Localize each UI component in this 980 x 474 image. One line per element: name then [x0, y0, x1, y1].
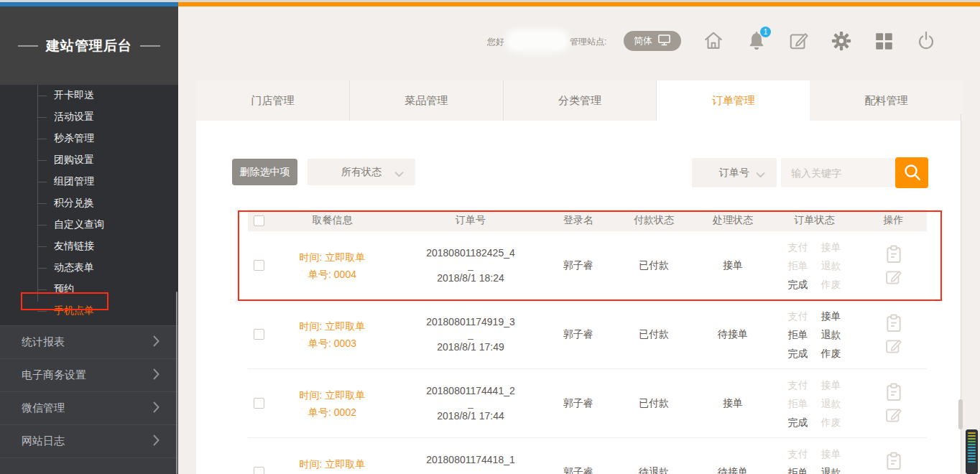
action-accept[interactable]: 接单: [821, 445, 841, 463]
pickup-time: 时间: 立即取单: [269, 317, 395, 335]
action-pay[interactable]: 支付: [788, 376, 808, 394]
col-login-name: 登录名: [546, 214, 611, 227]
row-checkbox[interactable]: [254, 260, 264, 271]
sidebar-item-group-management[interactable]: 组团管理: [0, 171, 178, 192]
action-refund[interactable]: 退款: [821, 256, 841, 275]
payment-status: 待退款: [611, 466, 697, 474]
sidebar-item-reservation[interactable]: 预约: [0, 279, 178, 300]
sidebar-item-group-buy-settings[interactable]: 团购设置: [0, 149, 178, 171]
search-button[interactable]: [895, 157, 928, 188]
order-date: 2018/8/1 17:49: [395, 339, 546, 355]
action-pay[interactable]: 支付: [788, 307, 808, 325]
widget-stripe: [968, 441, 976, 442]
sidebar-section-wechat[interactable]: 微信管理: [0, 391, 178, 424]
action-refund[interactable]: 退款: [821, 463, 841, 474]
col-process-status: 处理状态: [697, 214, 769, 227]
search-input[interactable]: [781, 158, 895, 187]
notifications-bell-icon[interactable]: 1: [746, 30, 767, 52]
action-pay[interactable]: 支付: [788, 445, 808, 463]
order-date: 2018/8/1 18:24: [395, 270, 546, 286]
tab-ingredient-management[interactable]: 配料管理: [810, 80, 963, 121]
action-complete[interactable]: 完成: [788, 413, 808, 432]
col-pickup-info: 取餐信息: [269, 214, 395, 227]
action-accept[interactable]: 接单: [821, 307, 841, 325]
order-id-wrap: _: [395, 468, 546, 474]
tab-order-management[interactable]: 订单管理: [657, 80, 810, 121]
process-status: 待接单: [697, 328, 769, 341]
sidebar-section-label: 统计报表: [22, 335, 65, 349]
process-status: 接单: [697, 259, 769, 272]
row-checkbox[interactable]: [254, 398, 264, 409]
action-accept[interactable]: 接单: [821, 376, 841, 394]
action-refund[interactable]: 退款: [821, 394, 841, 413]
action-void[interactable]: 作废: [821, 413, 841, 432]
status-filter-dropdown[interactable]: 所有状态: [308, 159, 415, 185]
notification-badge: 1: [760, 27, 771, 37]
pickup-number: 单号: 0003: [269, 335, 395, 352]
sidebar-item-mobile-ordering[interactable]: 手机点单: [0, 300, 178, 322]
home-icon[interactable]: [703, 30, 724, 52]
action-reject[interactable]: 拒单: [788, 256, 808, 275]
order-detail-icon[interactable]: [885, 314, 902, 333]
apps-grid-icon[interactable]: [873, 30, 895, 52]
row-checkbox[interactable]: [254, 329, 264, 340]
tab-store-management[interactable]: 门店管理: [196, 80, 350, 121]
widget-stripe: [968, 444, 976, 445]
sidebar-section-ecommerce[interactable]: 电子商务设置: [0, 358, 178, 391]
order-id: 20180801174418_1: [395, 452, 546, 468]
edit-compose-icon[interactable]: [788, 30, 810, 52]
tab-dish-management[interactable]: 菜品管理: [350, 80, 504, 121]
sidebar-item-open-card-gift[interactable]: 开卡即送: [0, 85, 178, 106]
widget-stripe: [968, 461, 976, 463]
app-title: 建站管理后台: [46, 37, 132, 55]
order-id-wrap: _: [395, 261, 546, 270]
col-payment-status: 付款状态: [611, 214, 697, 227]
status-filter-value: 所有状态: [341, 166, 382, 179]
order-id: 20180801182425_4: [395, 245, 546, 261]
sidebar-item-custom-query[interactable]: 自定义查询: [0, 214, 178, 236]
edit-order-icon[interactable]: [885, 269, 902, 286]
sidebar-scrollbar-thumb[interactable]: [176, 292, 177, 474]
main-area: 您好 管理站点: 简体 1: [178, 6, 980, 474]
search-type-dropdown[interactable]: 订单号: [692, 158, 777, 187]
sidebar-item-dynamic-forms[interactable]: 动态表单: [0, 257, 178, 279]
order-detail-icon[interactable]: [885, 452, 902, 470]
action-reject[interactable]: 拒单: [788, 463, 808, 474]
action-pay[interactable]: 支付: [788, 238, 808, 256]
sidebar-section-site-logs[interactable]: 网站日志: [0, 424, 178, 457]
order-detail-icon[interactable]: [885, 245, 902, 264]
action-complete[interactable]: 完成: [788, 275, 808, 294]
edit-order-icon[interactable]: [885, 406, 902, 424]
power-logout-icon[interactable]: [915, 30, 937, 52]
content-panel: 删除选中项 所有状态 订单号 取餐信: [196, 121, 961, 474]
order-detail-icon[interactable]: [885, 383, 902, 401]
sidebar-item-friend-links[interactable]: 友情链接: [0, 236, 178, 257]
sidebar-section-statistics[interactable]: 统计报表: [0, 325, 178, 358]
action-refund[interactable]: 退款: [821, 325, 841, 344]
row-checkbox[interactable]: [254, 467, 264, 474]
language-switch-button[interactable]: 简体: [624, 31, 681, 51]
action-reject[interactable]: 拒单: [788, 394, 808, 413]
tab-bar: 门店管理 菜品管理 分类管理 订单管理 配料管理: [196, 80, 963, 121]
sidebar-item-points-exchange[interactable]: 积分兑换: [0, 192, 178, 214]
sidebar-item-activity-settings[interactable]: 活动设置: [0, 106, 178, 128]
sidebar-item-flash-sale[interactable]: 秒杀管理: [0, 128, 178, 149]
payment-status: 已付款: [611, 328, 697, 341]
action-complete[interactable]: 完成: [788, 344, 808, 363]
action-void[interactable]: 作废: [821, 275, 841, 294]
widget-stripe: [968, 452, 976, 454]
action-accept[interactable]: 接单: [821, 238, 841, 256]
action-reject[interactable]: 拒单: [788, 325, 808, 344]
order-id-wrap: _: [395, 399, 546, 408]
col-operations: 操作: [860, 214, 927, 227]
action-void[interactable]: 作废: [821, 344, 841, 363]
panel-scrollbar-thumb[interactable]: [958, 399, 963, 429]
delete-selected-button[interactable]: 删除选中项: [232, 159, 297, 185]
settings-gear-icon[interactable]: [831, 30, 852, 52]
edit-order-icon[interactable]: [885, 338, 902, 355]
login-name: 郭子睿: [546, 259, 611, 272]
order-id: 20180801174441_2: [395, 383, 546, 399]
payment-status: 已付款: [611, 259, 697, 272]
select-all-checkbox[interactable]: [254, 215, 264, 226]
tab-category-management[interactable]: 分类管理: [504, 80, 657, 121]
